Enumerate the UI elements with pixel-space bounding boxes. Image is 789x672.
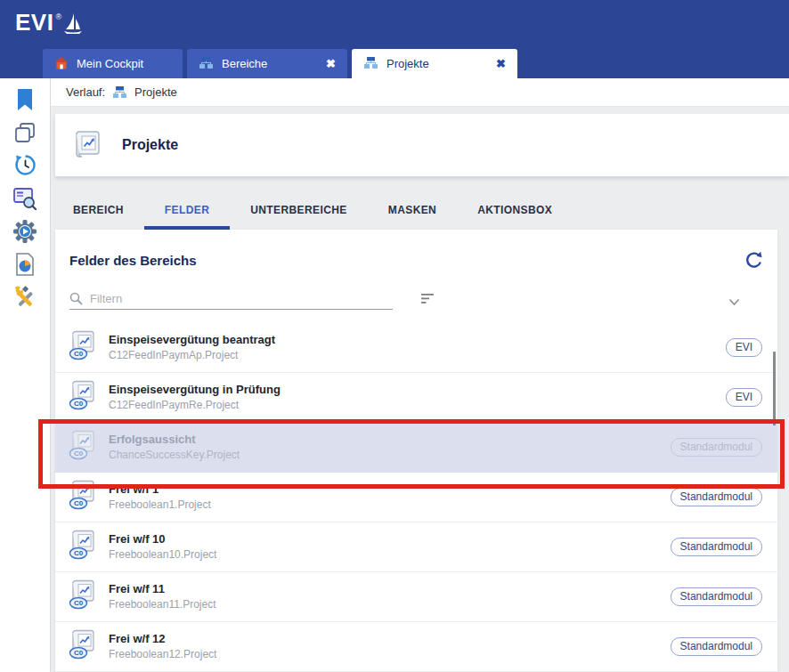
close-tab-icon[interactable]: ✖ <box>319 58 336 69</box>
fields-list: C0 Einspeisevergütung beantragt C12FeedI… <box>55 323 777 672</box>
history-item-projekte[interactable]: Projekte <box>134 85 177 99</box>
field-row[interactable]: C0 Frei w/f 1 Freeboolean1.Project Stand… <box>55 473 777 522</box>
logo-text: EVI <box>15 11 53 34</box>
field-badge: EVI <box>726 388 762 407</box>
bookmark-icon[interactable] <box>9 83 42 116</box>
field-title: Erfolgsaussicht <box>109 432 671 449</box>
field-row[interactable]: C0 Einspeisevergütung in Prüfung C12Feed… <box>55 373 777 423</box>
chart-scroll-co-icon: C0 <box>67 329 108 367</box>
field-title: Frei w/f 11 <box>109 581 671 598</box>
org-chart-icon <box>112 85 127 99</box>
app-logo: EVI ® <box>15 11 84 40</box>
window-tab-projekte[interactable]: Projekte ✖ <box>352 49 517 78</box>
field-badge: Standardmodul <box>671 587 762 606</box>
chart-scroll-icon <box>69 130 103 160</box>
field-subtitle: C12FeedInPaymAp.Project <box>109 349 726 363</box>
field-title: Frei w/f 12 <box>109 631 671 648</box>
svg-text:C0: C0 <box>74 449 84 457</box>
field-subtitle: Freeboolean12.Project <box>109 648 671 662</box>
tab-aktionsbox[interactable]: AKTIONSBOX <box>457 194 573 230</box>
fields-panel: Felder des Bereichs <box>55 230 777 672</box>
filter-row <box>69 288 763 312</box>
field-title: Einspeisevergütung beantragt <box>109 332 726 349</box>
field-row[interactable]: C0 Frei w/f 10 Freeboolean10.Project Sta… <box>55 522 777 572</box>
app-window: EVI ® Mein Cockpit Bereiche ✖ <box>0 0 789 672</box>
window-tab-label: Projekte <box>386 57 429 70</box>
refresh-icon[interactable] <box>745 251 762 269</box>
svg-text:C0: C0 <box>74 350 84 358</box>
search-icon <box>69 292 83 305</box>
org-chart-icon <box>199 56 214 72</box>
window-tab-label: Mein Cockpit <box>77 57 143 70</box>
org-chart-icon <box>363 56 378 72</box>
tab-bereich[interactable]: BEREICH <box>53 194 144 230</box>
tab-unterbereiche[interactable]: UNTERBEREICHE <box>230 194 368 230</box>
svg-text:C0: C0 <box>74 599 84 607</box>
close-tab-icon[interactable]: ✖ <box>489 58 506 69</box>
panel-header: Felder des Bereichs <box>55 230 777 269</box>
field-subtitle: ChanceSuccessKey.Project <box>109 449 671 463</box>
gear-play-icon[interactable] <box>9 215 42 247</box>
sailboat-icon <box>62 12 84 40</box>
field-badge: EVI <box>726 338 762 357</box>
field-row[interactable]: C0 Einspeisevergütung beantragt C12FeedI… <box>55 323 777 373</box>
tools-icon[interactable] <box>9 280 42 313</box>
field-badge: Standardmodul <box>671 488 762 506</box>
history-label: Verlauf: <box>66 85 105 99</box>
home-icon <box>54 56 69 72</box>
field-badge: Standardmodul <box>671 538 762 556</box>
window-tab-mein-cockpit[interactable]: Mein Cockpit <box>43 49 183 78</box>
chart-scroll-co-icon: C0 <box>67 379 108 417</box>
scrollbar-thumb[interactable] <box>773 352 776 425</box>
field-row[interactable]: C0 Frei w/f 11 Freeboolean11.Project Sta… <box>55 572 777 622</box>
field-row[interactable]: C0 Frei w/f 12 Freeboolean12.Project Sta… <box>55 622 777 672</box>
svg-text:C0: C0 <box>74 649 84 657</box>
history-icon[interactable] <box>9 149 42 182</box>
field-subtitle: Freeboolean10.Project <box>109 548 671 563</box>
panel-heading: Felder des Bereichs <box>69 253 197 268</box>
page-title-card: Projekte <box>55 114 789 176</box>
main-content: Projekte BEREICH FELDER UNTERBEREICHE MA… <box>51 107 789 672</box>
sidebar <box>0 78 51 672</box>
logo-registered-mark: ® <box>55 12 61 21</box>
tab-masken[interactable]: MASKEN <box>368 194 457 230</box>
page-title: Projekte <box>122 137 178 153</box>
field-subtitle: Freeboolean1.Project <box>109 498 671 513</box>
field-badge: Standardmodul <box>671 438 762 457</box>
chart-scroll-co-icon: C0 <box>67 429 108 466</box>
history-bar: Verlauf: Projekte <box>51 78 789 107</box>
window-tab-label: Bereiche <box>222 57 267 70</box>
screen-search-icon[interactable] <box>9 182 42 215</box>
field-subtitle: Freeboolean11.Project <box>109 598 671 612</box>
chart-scroll-co-icon: C0 <box>67 628 108 666</box>
field-title: Frei w/f 10 <box>109 531 671 548</box>
top-header: EVI ® Mein Cockpit Bereiche ✖ <box>0 0 789 78</box>
chart-scroll-co-icon: C0 <box>67 579 108 616</box>
field-row[interactable]: C0 Erfolgsaussicht ChanceSuccessKey.Proj… <box>55 423 777 473</box>
tab-felder[interactable]: FELDER <box>144 194 230 230</box>
field-subtitle: C12FeedInPaymRe.Project <box>109 399 726 413</box>
windows-icon[interactable] <box>9 116 42 149</box>
chart-scroll-co-icon: C0 <box>67 479 108 516</box>
field-title: Einspeisevergütung in Prüfung <box>109 382 726 399</box>
sort-icon[interactable] <box>420 292 435 308</box>
filter-field[interactable] <box>69 288 393 310</box>
window-tab-bar: Mein Cockpit Bereiche ✖ Projekte ✖ <box>43 49 517 78</box>
field-badge: Standardmodul <box>671 637 762 656</box>
filter-input[interactable] <box>90 292 393 305</box>
report-pie-icon[interactable] <box>9 247 42 280</box>
field-title: Frei w/f 1 <box>109 482 671 498</box>
window-tab-bereiche[interactable]: Bereiche ✖ <box>187 49 347 78</box>
svg-text:C0: C0 <box>74 499 84 507</box>
svg-text:C0: C0 <box>74 400 84 408</box>
chart-scroll-co-icon: C0 <box>67 529 108 566</box>
svg-text:C0: C0 <box>74 549 84 557</box>
chevron-down-icon[interactable] <box>728 294 740 310</box>
section-tab-bar: BEREICH FELDER UNTERBEREICHE MASKEN AKTI… <box>53 194 573 230</box>
